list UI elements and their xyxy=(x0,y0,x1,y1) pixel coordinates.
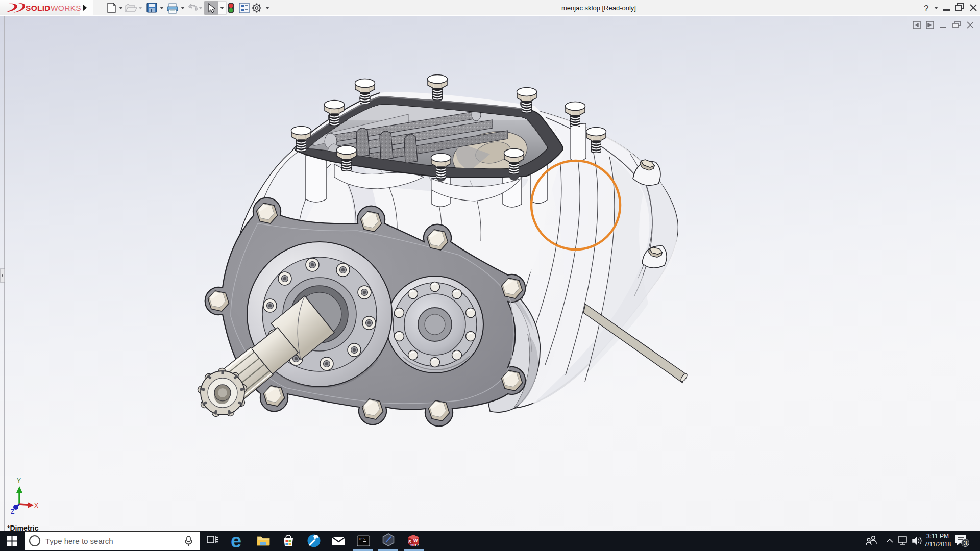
svg-text:W: W xyxy=(413,538,418,543)
svg-text:?: ? xyxy=(924,4,928,13)
svg-text:C:\: C:\ xyxy=(359,537,365,541)
svg-text:e: e xyxy=(231,530,241,551)
svg-text:2017: 2017 xyxy=(410,543,419,547)
svg-text:SOLIDWORKS: SOLIDWORKS xyxy=(26,4,81,12)
svg-text:Y: Y xyxy=(17,477,21,484)
svg-text:Z: Z xyxy=(11,508,14,515)
svg-text:3: 3 xyxy=(964,540,967,547)
svg-text:X: X xyxy=(34,502,38,509)
